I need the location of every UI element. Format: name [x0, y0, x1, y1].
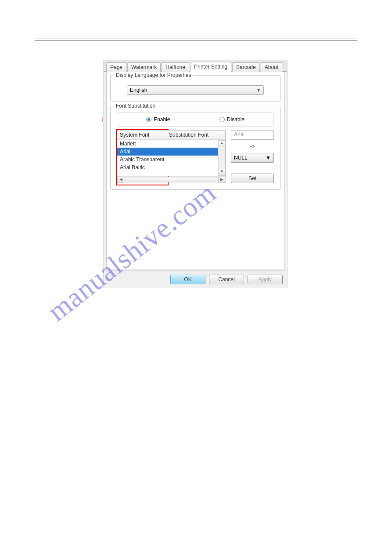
- enable-disable-row: Enable Disable: [117, 112, 274, 127]
- dialog-buttons: OK Cancel Apply: [104, 270, 287, 288]
- selected-font-display: Arial: [231, 130, 274, 140]
- language-dropdown[interactable]: English ▼: [127, 85, 264, 95]
- target-value: NULL: [234, 155, 248, 161]
- disable-label: Disable: [227, 116, 245, 123]
- scroll-right-icon[interactable]: ▶: [218, 177, 225, 183]
- list-item[interactable]: Arabic Transparent: [117, 156, 225, 163]
- scroll-down-icon[interactable]: ▼: [219, 169, 225, 176]
- list-rows: Marlett Arial Arabic Transparent Arial B…: [117, 140, 225, 171]
- target-font-combo[interactable]: NULL ▼: [231, 153, 274, 163]
- font-list-wrap: System Font Substitution Font Marlett Ar…: [117, 130, 226, 183]
- horizontal-scrollbar[interactable]: ◀ ▶: [117, 176, 226, 183]
- language-group-title: Display Language for Properties: [114, 72, 193, 78]
- tab-watermark[interactable]: Watermark: [127, 62, 161, 72]
- radio-icon: [146, 117, 151, 122]
- scroll-left-icon[interactable]: ◀: [117, 177, 124, 183]
- scroll-track[interactable]: [125, 177, 217, 182]
- disable-radio[interactable]: Disable: [219, 116, 245, 123]
- font-substitution-title: Font Substitution: [114, 103, 157, 109]
- font-substitution-group: Font Substitution Enable Disable: [110, 106, 281, 190]
- arrow-label: ->: [231, 143, 274, 149]
- list-item[interactable]: Marlett: [117, 140, 225, 148]
- enable-label: Enable: [154, 116, 170, 123]
- printer-setting-panel: Display Language for Properties English …: [106, 72, 284, 269]
- substitution-controls: Arial -> NULL ▼ Set: [231, 130, 274, 183]
- tab-barcode[interactable]: Barcode: [232, 62, 260, 72]
- font-listbox[interactable]: System Font Substitution Font Marlett Ar…: [117, 130, 226, 176]
- list-item[interactable]: Arial: [117, 148, 225, 156]
- tab-about[interactable]: About: [261, 62, 282, 72]
- column-system-font[interactable]: System Font: [117, 131, 166, 139]
- tab-strip: Page Watermark Halftone Printer Setting …: [104, 60, 287, 72]
- apply-button[interactable]: Apply: [248, 275, 283, 284]
- cancel-button[interactable]: Cancel: [209, 275, 244, 284]
- chevron-down-icon: ▼: [266, 155, 271, 161]
- tab-printer-setting[interactable]: Printer Setting: [190, 62, 231, 72]
- enable-radio[interactable]: Enable: [146, 116, 170, 123]
- tab-halftone[interactable]: Halftone: [162, 62, 189, 72]
- list-item[interactable]: Arial Baltic: [117, 163, 225, 171]
- scroll-up-icon[interactable]: ▲: [219, 140, 225, 147]
- printer-properties-dialog: Page Watermark Halftone Printer Setting …: [103, 60, 288, 288]
- tab-page[interactable]: Page: [106, 62, 126, 72]
- language-group: Display Language for Properties English …: [110, 75, 281, 102]
- language-value: English: [130, 87, 147, 93]
- vertical-scrollbar[interactable]: ▲ ▼: [218, 140, 225, 176]
- chevron-down-icon: ▼: [256, 88, 261, 93]
- column-substitution-font[interactable]: Substitution Font: [166, 131, 225, 139]
- ok-button[interactable]: OK: [170, 275, 205, 284]
- listbox-header: System Font Substitution Font: [117, 131, 225, 140]
- radio-icon: [219, 117, 225, 122]
- set-button[interactable]: Set: [231, 174, 274, 183]
